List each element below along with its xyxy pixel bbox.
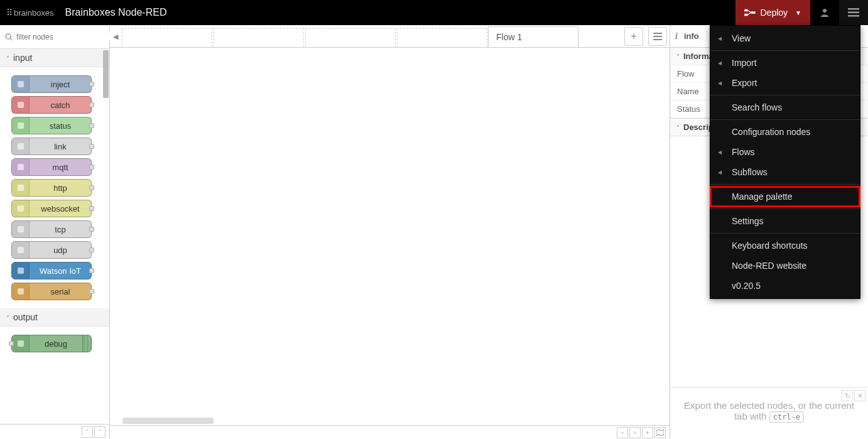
search-icon (5, 33, 13, 41)
svg-rect-14 (18, 185, 24, 191)
node-label: link (30, 142, 91, 151)
menu-item-configuration-nodes[interactable]: Configuration nodes (710, 122, 860, 142)
menu-item-node-red-website[interactable]: Node-RED website (710, 256, 860, 276)
sidebar-tab-info[interactable]: info (684, 31, 699, 41)
deploy-icon (744, 8, 756, 17)
menu-item-search-flows[interactable]: Search flows (710, 97, 860, 117)
node-port (89, 268, 94, 273)
node-port (89, 247, 94, 252)
menu-item-export[interactable]: Export (710, 73, 860, 93)
palette-search-input[interactable] (16, 33, 111, 41)
palette-scrollbar[interactable] (103, 50, 109, 98)
canvas-hscroll[interactable] (110, 418, 670, 425)
palette-node-http[interactable]: http (11, 179, 92, 197)
workspace-tabs: ◀ Flow 1 + (110, 25, 670, 48)
palette-node-serial[interactable]: serial (11, 283, 92, 300)
workspace: ◀ Flow 1 + − ○ + (110, 25, 670, 439)
tip-refresh-button[interactable]: ↻ (842, 390, 853, 401)
node-type-icon (12, 159, 30, 175)
menu-separator (710, 209, 860, 209)
sidebar-tip: ↻ ✕ Export the selected nodes, or the cu… (670, 387, 868, 439)
palette-node-mqtt[interactable]: mqtt (11, 158, 92, 176)
tabs-scroll-left[interactable]: ◀ (110, 26, 121, 47)
svg-rect-13 (18, 164, 24, 170)
deploy-button[interactable]: Deploy ▼ (735, 0, 811, 25)
tip-close-button[interactable]: ✕ (854, 390, 865, 401)
navigator-button[interactable] (654, 427, 666, 438)
info-row-label: Name (671, 83, 707, 100)
palette-node-link[interactable]: link (11, 138, 92, 155)
svg-rect-4 (848, 8, 859, 10)
flow-canvas[interactable] (110, 48, 670, 439)
node-type-icon (12, 97, 30, 113)
user-icon (820, 8, 830, 18)
canvas-vscroll[interactable] (662, 48, 670, 425)
svg-rect-5 (848, 12, 859, 14)
main-menu-dropdown: ViewImportExportSearch flowsConfiguratio… (710, 25, 860, 299)
menu-separator (710, 233, 860, 234)
svg-rect-0 (744, 9, 747, 12)
svg-line-8 (10, 38, 12, 40)
menu-separator (710, 50, 860, 51)
map-icon (656, 430, 664, 436)
menu-item-keyboard-shortcuts[interactable]: Keyboard shortcuts (710, 236, 860, 256)
palette-node-status[interactable]: status (11, 117, 92, 134)
node-label: tcp (30, 225, 91, 234)
menu-item-subflows[interactable]: Subflows (710, 162, 860, 182)
info-row-label: Flow (671, 65, 707, 83)
deploy-label: Deploy (761, 8, 788, 18)
palette-node-debug[interactable]: debug (11, 335, 92, 352)
chevron-down-icon: ▼ (795, 9, 801, 16)
node-label: inject (30, 80, 91, 89)
node-port (89, 165, 94, 170)
node-port (89, 289, 94, 294)
svg-rect-22 (653, 36, 662, 37)
zoom-in-button[interactable]: + (642, 427, 653, 438)
node-port (89, 82, 94, 87)
menu-item-manage-palette[interactable]: Manage palette (710, 187, 860, 207)
svg-rect-16 (18, 226, 24, 232)
node-port (89, 102, 94, 107)
palette-node-udp[interactable]: udp (11, 241, 92, 259)
menu-item-v0-20-5[interactable]: v0.20.5 (710, 276, 860, 296)
svg-point-7 (6, 34, 11, 39)
menu-item-settings[interactable]: Settings (710, 211, 860, 231)
menu-separator (710, 119, 860, 120)
node-label: mqtt (30, 163, 91, 172)
app-header: ⠿ brainboxes Brainboxes Node-RED Deploy … (0, 0, 868, 25)
svg-rect-1 (744, 14, 747, 16)
svg-rect-20 (18, 340, 24, 347)
node-type-icon (12, 76, 30, 92)
palette-search[interactable] (0, 25, 109, 49)
user-button[interactable] (810, 0, 839, 25)
app-title: Brainboxes Node-RED (65, 7, 167, 18)
menu-item-import[interactable]: Import (710, 53, 860, 73)
tab-placeholder (214, 28, 304, 47)
menu-item-flows[interactable]: Flows (710, 142, 860, 162)
tab-flow-active[interactable]: Flow 1 (488, 26, 578, 47)
zoom-reset-button[interactable]: ○ (629, 427, 641, 438)
node-port (89, 227, 94, 232)
node-type-icon (12, 200, 30, 217)
palette-node-websocket[interactable]: websocket (11, 200, 92, 217)
palette-node-inject[interactable]: inject (11, 75, 92, 93)
brand-logo: ⠿ brainboxes (0, 8, 60, 18)
tab-list-button[interactable] (648, 27, 667, 46)
main-menu-button[interactable] (839, 0, 868, 25)
tip-kbd: ctrl-e (769, 411, 804, 423)
tab-label: Flow 1 (496, 32, 522, 42)
palette-node-tcp[interactable]: tcp (11, 220, 92, 238)
node-type-icon (12, 138, 30, 154)
zoom-out-button[interactable]: − (617, 427, 628, 438)
palette-node-watson-iot[interactable]: Watson IoT (11, 262, 92, 279)
palette-node-catch[interactable]: catch (11, 96, 92, 114)
palette-category-header[interactable]: output (0, 308, 109, 327)
node-type-icon (12, 180, 30, 196)
palette-expand-button[interactable]: ˅ (94, 426, 106, 438)
add-tab-button[interactable]: + (624, 27, 643, 46)
node-stripes-icon (82, 335, 91, 352)
menu-item-view[interactable]: View (710, 28, 860, 48)
palette-category-header[interactable]: input (0, 49, 109, 67)
palette-collapse-button[interactable]: ˄ (82, 426, 93, 438)
node-type-icon (12, 263, 30, 279)
